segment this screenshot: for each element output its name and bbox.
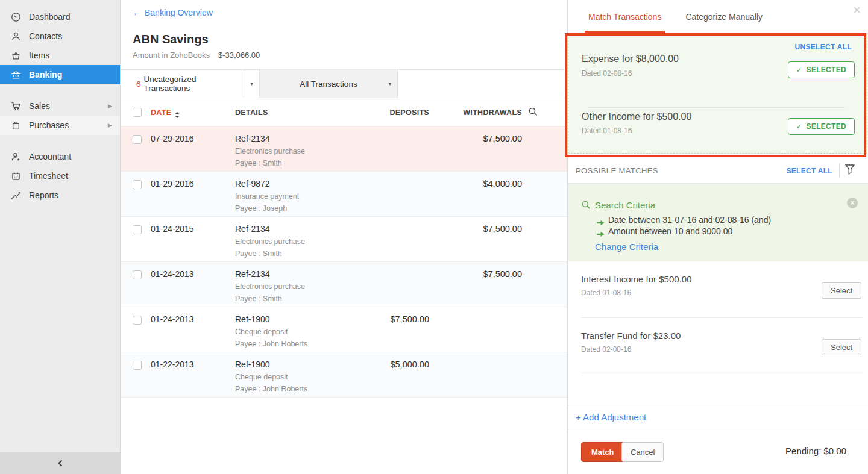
transaction-withdrawal: $4,000.00 xyxy=(450,179,522,189)
selected-button[interactable]: ✓SELECTED xyxy=(788,61,855,78)
column-header-date[interactable]: DATE xyxy=(151,108,180,118)
all-transactions-dropdown[interactable]: All Transactions ▾ xyxy=(259,70,398,98)
select-all-checkbox[interactable] xyxy=(133,108,142,117)
close-criteria-icon[interactable]: × xyxy=(847,198,858,208)
row-checkbox[interactable] xyxy=(133,316,142,325)
table-row[interactable]: 07-29-2016 Ref-2134 Electronics purchase… xyxy=(121,126,567,172)
table-row[interactable]: 01-24-2013 Ref-1900 Cheque deposit Payee… xyxy=(121,307,567,352)
sidebar-item-contacts[interactable]: Contacts xyxy=(0,27,120,46)
divider xyxy=(568,429,868,429)
search-criteria-box: Search Criteria × Date between 31-07-16 … xyxy=(568,184,868,261)
uncategorized-count: 6 xyxy=(136,80,141,89)
sidebar-item-banking[interactable]: Banking xyxy=(0,65,120,84)
transaction-deposit: $7,500.00 xyxy=(369,314,429,324)
possible-matches-title: POSSIBLE MATCHES xyxy=(576,166,658,175)
transaction-payee: Payee : Joseph xyxy=(235,204,287,213)
search-criteria-title: Search Criteria xyxy=(595,200,655,210)
pending-amount: Pending: $0.00 xyxy=(785,446,846,456)
table-row[interactable]: 01-29-2016 Ref-9872 Insurance payment Pa… xyxy=(121,172,567,217)
match-button[interactable]: Match xyxy=(581,442,624,462)
transaction-payee: Payee : Smith xyxy=(235,159,282,167)
transaction-description: Electronics purchase xyxy=(235,147,305,155)
sidebar-item-accountant[interactable]: Accountant xyxy=(0,147,120,166)
unselect-all-link[interactable]: UNSELECT ALL xyxy=(795,43,852,51)
amount-value: $-33,066.00 xyxy=(218,51,260,60)
transaction-description: Electronics purchase xyxy=(235,282,305,291)
selected-button[interactable]: ✓SELECTED xyxy=(788,118,855,135)
transaction-date: 01-24-2013 xyxy=(151,269,194,279)
tab-match-transactions[interactable]: Match Transactions xyxy=(585,0,665,33)
sidebar-item-items[interactable]: Items xyxy=(0,46,120,65)
table-row[interactable]: 01-24-2015 Ref-2134 Electronics purchase… xyxy=(121,217,567,262)
row-checkbox[interactable] xyxy=(133,361,142,370)
sidebar-item-purchases[interactable]: Purchases ▶ xyxy=(0,116,120,135)
row-checkbox[interactable] xyxy=(133,135,142,144)
selected-item-title: Other Income for $500.00 xyxy=(582,111,691,122)
timesheet-icon xyxy=(11,171,21,181)
sidebar-item-label: Banking xyxy=(29,70,62,80)
items-icon xyxy=(11,51,21,61)
chevron-down-icon: ▾ xyxy=(250,81,253,87)
reports-icon xyxy=(11,190,21,201)
filter-icon[interactable] xyxy=(844,164,855,178)
close-icon[interactable]: × xyxy=(853,4,861,17)
transaction-date: 01-22-2013 xyxy=(151,360,194,369)
match-item-dated: Dated 02-08-16 xyxy=(581,345,631,354)
tab-categorize-manually[interactable]: Categorize Manually xyxy=(682,0,766,33)
back-to-banking-overview-link[interactable]: ←Banking Overview xyxy=(133,8,213,17)
selected-matches-section: UNSELECT ALL Expense for $8,000.00 Dated… xyxy=(568,34,867,154)
sidebar-item-dashboard[interactable]: Dashboard xyxy=(0,7,120,27)
match-item-title: Interest Income for $500.00 xyxy=(581,274,691,284)
sidebar-item-timesheet[interactable]: Timesheet xyxy=(0,166,120,186)
dashboard-icon xyxy=(11,12,21,22)
sidebar-item-label: Accountant xyxy=(29,152,71,161)
nav-group-divider xyxy=(0,135,120,147)
uncategorized-transactions-tab[interactable]: 6 Uncategorized Transactions xyxy=(121,70,244,98)
selected-button-label: SELECTED xyxy=(807,122,846,131)
cancel-button[interactable]: Cancel xyxy=(621,442,664,462)
row-checkbox[interactable] xyxy=(133,180,142,189)
possible-matches-header: POSSIBLE MATCHES SELECT ALL xyxy=(568,157,868,184)
transaction-date: 01-24-2015 xyxy=(151,224,194,234)
chevron-left-icon xyxy=(57,458,64,468)
table-header: DATE DETAILS DEPOSITS WITHDRAWALS xyxy=(121,98,567,126)
selected-item-title: Expense for $8,000.00 xyxy=(582,54,679,64)
uncategorized-dropdown-button[interactable]: ▾ xyxy=(244,70,259,98)
table-row[interactable]: 01-24-2013 Ref-2134 Electronics purchase… xyxy=(121,262,567,307)
row-checkbox[interactable] xyxy=(133,270,142,279)
search-icon[interactable] xyxy=(528,107,538,119)
select-all-link[interactable]: SELECT ALL xyxy=(786,167,832,175)
transaction-date: 07-29-2016 xyxy=(151,134,194,143)
transaction-payee: Payee : Smith xyxy=(235,295,282,303)
row-checkbox[interactable] xyxy=(133,225,142,234)
transaction-ref: Ref-1900 xyxy=(235,314,270,324)
sidebar-item-reports[interactable]: Reports xyxy=(0,186,120,205)
transaction-description: Insurance payment xyxy=(235,192,299,201)
panel-tabs: Match Transactions Categorize Manually × xyxy=(568,0,868,33)
sidebar-collapse-button[interactable] xyxy=(0,452,121,474)
chevron-down-icon: ▾ xyxy=(388,81,391,87)
account-title: ABN Savings xyxy=(133,33,209,46)
sidebar-item-label: Purchases xyxy=(29,120,69,130)
sales-icon xyxy=(11,101,21,111)
selected-item-dated: Dated 01-08-16 xyxy=(582,126,632,135)
transaction-withdrawal: $7,500.00 xyxy=(450,134,522,143)
column-header-withdrawals: WITHDRAWALS xyxy=(450,108,522,117)
transaction-deposit: $5,000.00 xyxy=(369,360,429,369)
table-row[interactable]: 01-22-2013 Ref-1900 Cheque deposit Payee… xyxy=(121,352,567,398)
arrow-bullet-icon xyxy=(597,229,605,240)
select-button[interactable]: Select xyxy=(822,282,861,299)
sidebar-item-sales[interactable]: Sales ▶ xyxy=(0,96,120,116)
divider xyxy=(581,317,863,318)
add-adjustment-link[interactable]: + Add Adjustment xyxy=(576,412,646,422)
change-criteria-link[interactable]: Change Criteria xyxy=(595,242,658,252)
transaction-withdrawal: $7,500.00 xyxy=(450,224,522,234)
chevron-right-icon: ▶ xyxy=(108,122,112,128)
amount-label: Amount in ZohoBooks xyxy=(133,51,210,60)
main-content: ←Banking Overview ABN Savings Amount in … xyxy=(121,0,567,474)
select-button[interactable]: Select xyxy=(822,339,861,355)
uncategorized-label: Uncategorized Transactions xyxy=(144,75,244,93)
transaction-ref: Ref-2134 xyxy=(235,224,270,234)
sidebar-item-label: Reports xyxy=(29,190,58,200)
divider xyxy=(581,373,863,373)
